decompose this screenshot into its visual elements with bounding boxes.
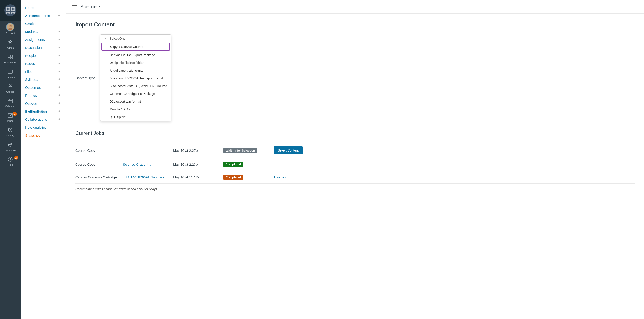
course-nav-pages[interactable]: Pages 👁 [20, 59, 66, 67]
admin-icon [7, 39, 14, 46]
eye-icon: 👁 [58, 14, 62, 17]
job-source: ...81f1401879091c1a.imscc [121, 171, 171, 184]
nav-label-calendar: Calendar [5, 105, 16, 108]
job-action: Select Content [272, 143, 635, 158]
dropdown-item-blackboard[interactable]: Blackboard 6/7/8/9/Ultra export .zip fil… [100, 74, 171, 82]
eye-icon: 👁 [58, 38, 62, 41]
job-type: Course Copy [75, 158, 121, 171]
dropdown-item-unzip[interactable]: Unzip .zip file into folder [100, 59, 171, 67]
eye-icon: 👁 [58, 78, 62, 81]
dropdown-item-common-cartridge[interactable]: Common Cartridge 1.x Package [100, 90, 171, 98]
job-date: May 10 at 2:23pm [171, 158, 222, 171]
jobs-table: Course Copy May 10 at 2:27pm Waiting for… [75, 143, 635, 184]
course-nav-bigbluebutton[interactable]: BigBlueButton 👁 [20, 107, 66, 115]
eye-icon: 👁 [58, 110, 62, 113]
nav-label-history: History [6, 134, 14, 137]
course-nav-files[interactable]: Files 👁 [20, 67, 66, 75]
dropdown-item-moodle[interactable]: Moodle 1.9/2.x [100, 105, 171, 113]
course-nav-rubrics[interactable]: Rubrics 👁 [20, 91, 66, 99]
svg-text:?: ? [9, 158, 11, 161]
course-nav-assignments[interactable]: Assignments 👁 [20, 35, 66, 43]
job-source-link[interactable]: Science Grade 4... [123, 162, 151, 166]
job-source-link[interactable]: ...81f1401879091c1a.imscc [123, 175, 165, 179]
dropdown-item-qti[interactable]: QTI .zip file [100, 113, 171, 121]
dropdown-item-d2l[interactable]: D2L export .zip format [100, 98, 171, 105]
course-nav-announcements[interactable]: Announcements 👁 [20, 12, 66, 20]
help-icon: ? [7, 156, 14, 162]
course-nav-discussions[interactable]: Discussions 👁 [20, 43, 66, 51]
dropdown-item-canvas-export[interactable]: Canvas Course Export Package [100, 51, 171, 59]
eye-icon: 👁 [58, 70, 62, 73]
current-jobs-section: Current Jobs Course Copy May 10 at 2:27p… [75, 130, 635, 191]
job-type: Course Copy [75, 143, 121, 158]
help-badge: 10 [14, 156, 18, 160]
content-area: Import Content Content Type ✓ Select One… [66, 14, 644, 319]
content-type-dropdown[interactable]: ✓ Select One ✓ Copy a Canvas Course Canv… [100, 34, 171, 121]
eye-icon: 👁 [58, 94, 62, 97]
table-row: Course Copy Science Grade 4... May 10 at… [75, 158, 635, 171]
commons-icon [7, 141, 14, 148]
eye-icon: 👁 [58, 102, 62, 105]
nav-item-history[interactable]: History [0, 125, 20, 139]
course-nav-new-analytics[interactable]: New Analytics [20, 123, 66, 131]
dropdown-item-select-one[interactable]: ✓ Select One [100, 35, 171, 42]
eye-icon: 👁 [58, 118, 62, 121]
table-row: Canvas Common Cartridge ...81f1401879091… [75, 171, 635, 184]
nav-item-groups[interactable]: Groups [0, 81, 20, 95]
avatar [6, 23, 14, 31]
table-row: Course Copy May 10 at 2:27pm Waiting for… [75, 143, 635, 158]
eye-icon: 👁 [58, 46, 62, 49]
nav-item-courses[interactable]: Courses [0, 66, 20, 81]
nav-item-calendar[interactable]: Calendar [0, 95, 20, 110]
nav-label-admin: Admin [6, 46, 14, 49]
status-badge: Completed [223, 162, 243, 167]
dropdown-item-angel[interactable]: Angel export .zip format [100, 67, 171, 74]
content-type-label: Content Type [75, 76, 96, 80]
job-source: Science Grade 4... [121, 158, 171, 171]
nav-item-dashboard[interactable]: Dashboard [0, 51, 20, 66]
dropdown-item-copy-canvas[interactable]: ✓ Copy a Canvas Course [102, 43, 170, 51]
dashboard-icon [7, 54, 14, 60]
nav-label-help: Help [8, 163, 13, 166]
nav-item-inbox[interactable]: 3 Inbox [0, 110, 20, 125]
eye-icon: 👁 [58, 54, 62, 57]
nav-label-dashboard: Dashboard [4, 61, 16, 64]
course-nav-grades[interactable]: Grades [20, 20, 66, 28]
nav-item-account[interactable]: Account [0, 20, 20, 37]
course-nav-collaborations[interactable]: Collaborations 👁 [20, 115, 66, 123]
job-date: May 10 at 11:17am [171, 171, 222, 184]
svg-point-1 [8, 28, 12, 30]
job-type: Canvas Common Cartridge [75, 171, 121, 184]
course-nav: Home Announcements 👁 Grades Modules 👁 As… [20, 0, 66, 319]
course-title: Science 7 [80, 4, 100, 9]
course-nav-quizzes[interactable]: Quizzes 👁 [20, 99, 66, 107]
global-nav: Account Admin Dashboard [0, 0, 20, 319]
checkmark-icon: ✓ [104, 37, 108, 40]
courses-icon [7, 68, 14, 75]
nav-label-account: Account [6, 32, 15, 35]
course-nav-outcomes[interactable]: Outcomes 👁 [20, 83, 66, 91]
course-nav-people[interactable]: People 👁 [20, 51, 66, 59]
nav-label-commons: Commons [4, 149, 16, 152]
course-nav-syllabus[interactable]: Syllabus 👁 [20, 75, 66, 83]
job-action: 1 issues [272, 171, 635, 184]
canvas-logo[interactable] [0, 0, 20, 20]
course-nav-snapshot[interactable]: Snapshot [20, 131, 66, 139]
svg-rect-6 [8, 55, 10, 57]
svg-rect-9 [10, 57, 12, 59]
nav-item-commons[interactable]: Commons [0, 139, 20, 154]
svg-point-3 [9, 26, 10, 26]
select-content-button[interactable]: Select Content [274, 146, 303, 154]
dropdown-item-blackboard-vista[interactable]: Blackboard Vista/CE, WebCT 6+ Course [100, 82, 171, 90]
nav-item-help[interactable]: ? 10 Help [0, 154, 20, 168]
job-source [121, 143, 171, 158]
course-nav-modules[interactable]: Modules 👁 [20, 28, 66, 35]
page-title: Import Content [75, 21, 635, 28]
inbox-badge: 3 [13, 112, 17, 116]
eye-icon: 👁 [58, 86, 62, 89]
issues-link[interactable]: 1 issues [274, 175, 286, 179]
hamburger-menu[interactable] [72, 5, 77, 8]
course-nav-home[interactable]: Home [20, 4, 66, 12]
nav-item-admin[interactable]: Admin [0, 37, 20, 51]
svg-rect-8 [8, 57, 10, 59]
